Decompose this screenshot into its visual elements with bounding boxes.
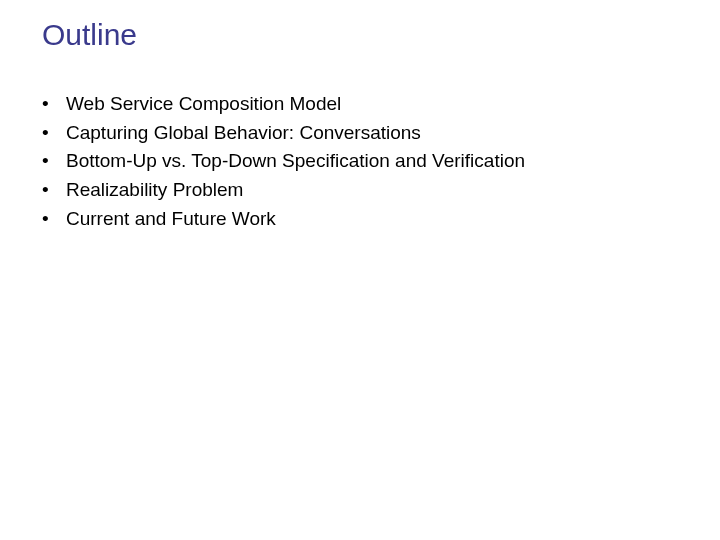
bullet-icon: • xyxy=(36,149,66,174)
bullet-text: Web Service Composition Model xyxy=(66,92,720,117)
list-item: • Current and Future Work xyxy=(36,207,720,232)
list-item: • Capturing Global Behavior: Conversatio… xyxy=(36,121,720,146)
bullet-text: Capturing Global Behavior: Conversations xyxy=(66,121,720,146)
bullet-icon: • xyxy=(36,178,66,203)
slide-title: Outline xyxy=(42,18,720,52)
bullet-text: Bottom-Up vs. Top-Down Specification and… xyxy=(66,149,720,174)
bullet-text: Realizability Problem xyxy=(66,178,720,203)
bullet-icon: • xyxy=(36,92,66,117)
list-item: • Web Service Composition Model xyxy=(36,92,720,117)
slide-container: Outline • Web Service Composition Model … xyxy=(0,0,720,540)
bullet-list: • Web Service Composition Model • Captur… xyxy=(36,92,720,231)
bullet-icon: • xyxy=(36,207,66,232)
bullet-text: Current and Future Work xyxy=(66,207,720,232)
bullet-icon: • xyxy=(36,121,66,146)
list-item: • Realizability Problem xyxy=(36,178,720,203)
list-item: • Bottom-Up vs. Top-Down Specification a… xyxy=(36,149,720,174)
